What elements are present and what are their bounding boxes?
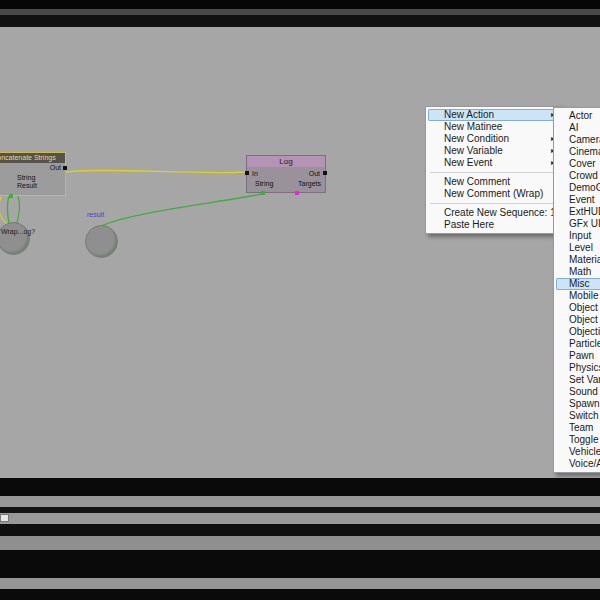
bottom-bar-1	[0, 478, 600, 496]
node-log-title: Log	[247, 156, 325, 167]
submenu-item-objectiv[interactable]: Objectiv	[556, 326, 600, 338]
submenu-item-pawn[interactable]: Pawn	[556, 350, 600, 362]
context-menu: New Action▸New MatineeNew Condition▸New …	[425, 106, 562, 234]
menu-item-label: Paste Here	[444, 219, 494, 231]
action-submenu: ActorAICameraCinematCoverCrowdDemoGaEven…	[553, 107, 600, 473]
variable-result-label: result	[87, 211, 104, 218]
submenu-item-mobile[interactable]: Mobile	[556, 290, 600, 302]
menu-item-new-event[interactable]: New Event▸	[428, 157, 559, 169]
submenu-item-level[interactable]: Level	[556, 242, 600, 254]
concat-pin-result-label: Result	[17, 182, 37, 189]
variable-node-wrap[interactable]	[0, 222, 30, 255]
submenu-item-misc[interactable]: Misc	[556, 278, 600, 290]
submenu-item-object-p[interactable]: Object P	[556, 314, 600, 326]
variable-wrap-label: Wrap...og?	[1, 228, 35, 235]
submenu-item-material[interactable]: Material	[556, 254, 600, 266]
wire-wrap-to-concat-1[interactable]	[8, 196, 10, 223]
submenu-item-input[interactable]: Input	[556, 230, 600, 242]
submenu-item-toggle[interactable]: Toggle	[556, 434, 600, 446]
submenu-item-camera[interactable]: Camera	[556, 134, 600, 146]
menu-item-paste-here[interactable]: Paste Here	[428, 219, 559, 231]
menu-item-label: New Event	[444, 157, 492, 169]
menu-item-label: New Variable	[444, 145, 503, 157]
concat-result-var-pin[interactable]	[9, 194, 13, 198]
submenu-item-team[interactable]: Team	[556, 422, 600, 434]
top-chrome-bar-2	[0, 15, 600, 27]
menu-item-label: New Condition	[444, 133, 509, 145]
menu-item-new-condition[interactable]: New Condition▸	[428, 133, 559, 145]
log-output-pin[interactable]	[323, 171, 327, 175]
log-pin-out-label: Out	[309, 170, 320, 177]
bottom-bar-3	[0, 524, 600, 536]
submenu-item-cinemat[interactable]: Cinemat	[556, 146, 600, 158]
wire-concat-out-to-log-in[interactable]	[66, 170, 246, 172]
menu-item-new-comment[interactable]: New Comment	[428, 176, 559, 188]
menu-separator	[430, 203, 557, 204]
log-input-pin[interactable]	[245, 171, 249, 175]
top-chrome-bar	[0, 0, 600, 9]
submenu-item-physics[interactable]: Physics	[556, 362, 600, 374]
bottom-bar-4	[0, 550, 600, 578]
variable-node-result[interactable]	[85, 225, 118, 258]
log-pin-in-label: In	[252, 170, 258, 177]
menu-item-new-action[interactable]: New Action▸	[428, 109, 559, 121]
menu-item-create-new-sequence-1-objs[interactable]: Create New Sequence: 1 Objs	[428, 207, 559, 219]
submenu-item-actor[interactable]: Actor	[556, 110, 600, 122]
submenu-item-sound[interactable]: Sound	[556, 386, 600, 398]
kismet-graph-canvas[interactable]: Concatenate Strings A B Out String Resul…	[0, 27, 600, 478]
node-concatenate-strings[interactable]: Concatenate Strings A B Out String Resul…	[0, 152, 66, 196]
submenu-item-vehicle[interactable]: Vehicle	[556, 446, 600, 458]
wire-wrap-to-concat-2[interactable]	[17, 196, 20, 223]
menu-separator	[430, 172, 557, 173]
log-string-var-pin[interactable]	[261, 191, 265, 195]
panel-handle[interactable]	[0, 514, 9, 522]
log-pin-targets-label: Targets	[298, 180, 321, 187]
submenu-item-particles[interactable]: Particles	[556, 338, 600, 350]
wire-left-edge[interactable]	[0, 197, 7, 224]
wire-result-to-log-string[interactable]	[101, 194, 261, 226]
bottom-splitter-1[interactable]	[0, 496, 600, 507]
submenu-item-cover[interactable]: Cover	[556, 158, 600, 170]
submenu-item-ai[interactable]: AI	[556, 122, 600, 134]
submenu-item-exthud[interactable]: ExtHUD	[556, 206, 600, 218]
menu-item-new-comment-wrap[interactable]: New Comment (Wrap)	[428, 188, 559, 200]
node-concatenate-strings-title: Concatenate Strings	[0, 153, 65, 163]
concat-output-pin[interactable]	[63, 166, 67, 170]
menu-item-label: New Matinee	[444, 121, 502, 133]
submenu-item-demoga[interactable]: DemoGa	[556, 182, 600, 194]
concat-pin-out-label: Out	[50, 164, 61, 171]
submenu-item-set-varia[interactable]: Set Varia	[556, 374, 600, 386]
bottom-splitter-2[interactable]	[0, 513, 600, 524]
bottom-splitter-4[interactable]	[0, 578, 600, 589]
submenu-item-voice-a[interactable]: Voice/A	[556, 458, 600, 470]
bottom-bar-5	[0, 589, 600, 600]
submenu-item-crowd[interactable]: Crowd	[556, 170, 600, 182]
submenu-item-event[interactable]: Event	[556, 194, 600, 206]
submenu-item-object-l[interactable]: Object L	[556, 302, 600, 314]
submenu-item-gfx-ui[interactable]: GFx UI	[556, 218, 600, 230]
concat-pin-string-label: String	[17, 174, 35, 181]
menu-item-label: New Comment	[444, 176, 510, 188]
menu-item-label: New Comment (Wrap)	[444, 188, 543, 200]
submenu-item-switch[interactable]: Switch	[556, 410, 600, 422]
log-pin-string-label: String	[255, 180, 273, 187]
submenu-item-math[interactable]: Math	[556, 266, 600, 278]
menu-item-label: New Action	[444, 109, 494, 121]
menu-item-new-variable[interactable]: New Variable▸	[428, 145, 559, 157]
node-log[interactable]: Log In Out String Targets	[246, 155, 326, 193]
submenu-item-spawn-p[interactable]: Spawn P	[556, 398, 600, 410]
menu-item-new-matinee[interactable]: New Matinee	[428, 121, 559, 133]
bottom-splitter-3[interactable]	[0, 536, 600, 550]
log-targets-var-pin[interactable]	[295, 191, 299, 195]
